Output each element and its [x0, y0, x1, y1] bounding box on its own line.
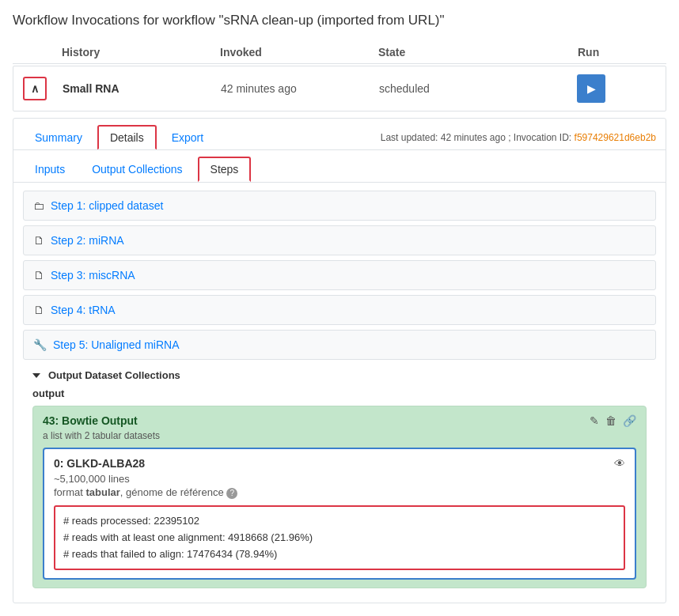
- step-2-link[interactable]: Step 2: miRNA: [51, 234, 124, 247]
- col-collapse: [22, 46, 62, 59]
- col-run: Run: [578, 46, 657, 59]
- run-button[interactable]: ▶: [577, 74, 605, 103]
- invocation-row: ∧ Small RNA 42 minutes ago scheduled ▶: [13, 66, 666, 111]
- col-state: State: [378, 46, 578, 59]
- file-icon: 🗋: [33, 234, 44, 247]
- collection-actions: ✎ 🗑 🔗: [590, 414, 636, 427]
- step-item: 🗀 Step 1: clipped dataset: [23, 191, 656, 221]
- format-value: tabular: [85, 486, 119, 498]
- collapse-button[interactable]: ∧: [23, 77, 47, 100]
- tabs-row: Summary Details Export Last updated: 42 …: [13, 119, 666, 150]
- link-icon[interactable]: 🔗: [623, 414, 636, 427]
- tab-summary[interactable]: Summary: [23, 125, 94, 149]
- step-item: 🗋 Step 4: tRNA: [23, 295, 656, 325]
- step-3-link[interactable]: Step 3: miscRNA: [51, 269, 135, 282]
- stat-line-3: # reads that failed to align: 17476434 (…: [63, 546, 616, 563]
- step-item: 🗋 Step 3: miscRNA: [23, 260, 656, 290]
- invocation-id: f597429621d6eb2b: [575, 132, 656, 143]
- run-cell: ▶: [577, 74, 656, 103]
- pencil-icon[interactable]: ✎: [590, 414, 599, 427]
- trash-icon[interactable]: 🗑: [605, 414, 616, 427]
- output-label: output: [23, 386, 656, 402]
- invoked-time: 42 minutes ago: [221, 82, 379, 95]
- col-history: History: [62, 46, 220, 59]
- tab-export[interactable]: Export: [160, 125, 215, 149]
- collection-header: 43: Bowtie Output ✎ 🗑 🔗: [43, 414, 636, 427]
- chevron-up-icon: ∧: [31, 82, 39, 95]
- play-icon: ▶: [587, 82, 596, 95]
- file-icon: 🗋: [33, 304, 44, 316]
- collection-title: 43: Bowtie Output: [43, 414, 138, 427]
- step-1-link[interactable]: Step 1: clipped dataset: [51, 199, 163, 212]
- dataset-format: format tabular, génome de référence ?: [54, 486, 625, 499]
- sub-tab-inputs[interactable]: Inputs: [23, 157, 77, 182]
- page-title: Workflow Invocations for workflow "sRNA …: [13, 13, 666, 28]
- table-header: History Invoked State Run: [13, 41, 666, 64]
- step-5-link[interactable]: Step 5: Unaligned miRNA: [53, 338, 180, 351]
- tabs-left: Summary Details Export: [23, 125, 215, 149]
- output-collections-section: Output Dataset Collections output 43: Bo…: [23, 365, 656, 588]
- step-item: 🗋 Step 2: miRNA: [23, 225, 656, 255]
- sub-tab-steps[interactable]: Steps: [198, 157, 252, 182]
- output-collections-header: Output Dataset Collections: [23, 365, 656, 386]
- tab-details[interactable]: Details: [97, 125, 157, 149]
- state-badge: scheduled: [379, 82, 577, 95]
- dataset-title: 0: GLKD-ALBA28: [54, 457, 145, 470]
- triangle-down-icon: [32, 373, 40, 378]
- collection-icon: 🗀: [33, 199, 44, 212]
- dataset-header: 0: GLKD-ALBA28 👁: [54, 457, 625, 470]
- last-updated: Last updated: 42 minutes ago ; Invocatio…: [381, 132, 656, 143]
- stat-line-1: # reads processed: 22395102: [63, 513, 616, 530]
- sub-tabs-row: Inputs Output Collections Steps: [13, 150, 666, 183]
- stat-line-2: # reads with at least one alignment: 491…: [63, 530, 616, 546]
- tool-icon: 🔧: [33, 338, 47, 351]
- genome-label: génome de référence: [126, 486, 224, 498]
- dataset-card: 0: GLKD-ALBA28 👁 ~5,100,000 lines format…: [43, 448, 636, 580]
- dataset-lines: ~5,100,000 lines: [54, 473, 625, 485]
- eye-icon[interactable]: 👁: [614, 457, 625, 470]
- steps-content: 🗀 Step 1: clipped dataset 🗋 Step 2: miRN…: [13, 183, 666, 603]
- step-4-link[interactable]: Step 4: tRNA: [51, 304, 116, 316]
- history-name: Small RNA: [63, 82, 221, 95]
- col-invoked: Invoked: [220, 46, 378, 59]
- collection-card: 43: Bowtie Output ✎ 🗑 🔗 a list with 2 ta…: [32, 406, 647, 588]
- detail-panel: Summary Details Export Last updated: 42 …: [13, 118, 666, 603]
- help-icon[interactable]: ?: [226, 488, 237, 499]
- step-item: 🔧 Step 5: Unaligned miRNA: [23, 330, 656, 360]
- stats-box: # reads processed: 22395102 # reads with…: [54, 505, 625, 570]
- file-icon: 🗋: [33, 269, 44, 282]
- sub-tab-output-collections[interactable]: Output Collections: [80, 157, 194, 182]
- collection-meta: a list with 2 tabular datasets: [43, 430, 636, 441]
- collapse-cell: ∧: [23, 77, 63, 100]
